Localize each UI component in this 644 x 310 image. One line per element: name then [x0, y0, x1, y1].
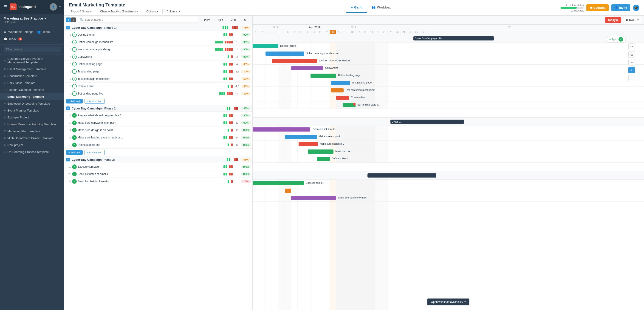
- user-avatar[interactable]: 👤: [50, 3, 57, 11]
- workspace-name[interactable]: Marketing at BestPractice ▾: [4, 17, 61, 20]
- task6-bar[interactable]: [331, 81, 350, 85]
- add-task-gantt-icon[interactable]: +: [628, 67, 635, 73]
- sidebar-item-client-management[interactable]: ≡ Client Management Template: [0, 66, 64, 72]
- col-header-ri[interactable]: RI ▾: [214, 18, 228, 21]
- task19-bar[interactable]: [253, 181, 304, 185]
- filter-projects-input[interactable]: [4, 47, 61, 52]
- task-check[interactable]: ○: [72, 62, 77, 66]
- sidebar-item-daily-tasks[interactable]: ≡ Daily Tasks Template: [0, 79, 64, 86]
- phase1-collapse-icon[interactable]: −: [66, 26, 70, 30]
- add-section-button-phase1[interactable]: + Add section: [84, 99, 105, 104]
- task-name[interactable]: Decide theme: [78, 33, 222, 36]
- tab-workload[interactable]: 👥 Workload: [367, 3, 396, 13]
- sidebar-item-customer-service[interactable]: ≡ Customer Service Problem Management Te…: [0, 55, 64, 66]
- sidebar-item-inbox[interactable]: 💬 Inbox 1: [0, 35, 64, 43]
- task-check[interactable]: ✓: [72, 142, 77, 147]
- add-task-button-phase1[interactable]: + Add task: [66, 99, 83, 103]
- task2-bar[interactable]: [266, 52, 304, 56]
- task-check[interactable]: ✓: [72, 113, 77, 118]
- task-name[interactable]: Define landing page: [78, 63, 222, 66]
- task-name[interactable]: Work on campaign's design: [78, 48, 214, 51]
- options-button[interactable]: Options ▾: [144, 9, 160, 14]
- search-input[interactable]: [85, 18, 196, 21]
- task4-bar[interactable]: [291, 66, 324, 70]
- phase2-collapse-icon[interactable]: −: [66, 106, 70, 110]
- change-tracking-button[interactable]: Change Tracking (Baselines) ▾: [98, 9, 140, 14]
- add-dep-icon[interactable]: ↔: [628, 59, 635, 66]
- sidebar-item-hr-planning[interactable]: ≡ Human Resource Planning Template: [0, 121, 64, 128]
- task-name[interactable]: Define subject line: [78, 143, 227, 146]
- sidebar-item-event-planner[interactable]: ≡ Event Planner Template: [0, 107, 64, 114]
- phase1-summary-bar[interactable]: Cyber Day Campaign - Ph...: [414, 36, 494, 41]
- section-phase2-header[interactable]: − Cyber Day Campaign - Phase 2: 96%: [64, 105, 252, 112]
- task-name[interactable]: Set landing page live: [78, 92, 218, 95]
- task-check[interactable]: ✓: [72, 179, 77, 184]
- task12-bar[interactable]: [253, 127, 310, 131]
- invite-button[interactable]: 👤 Invite: [612, 4, 630, 11]
- task-check[interactable]: ✓: [72, 120, 77, 125]
- task7-bar[interactable]: [331, 88, 344, 92]
- task-check[interactable]: ○: [72, 69, 77, 74]
- more-icon[interactable]: ⋮: [628, 75, 635, 81]
- section-phase1-header[interactable]: − Cyber Day Campaign - Phase 1: 75%: [64, 24, 252, 31]
- sidebar-item-example-project[interactable]: ≡ Example Project: [0, 114, 64, 121]
- today-button[interactable]: Today ▶: [605, 17, 621, 23]
- task-name[interactable]: Create a lead: [78, 85, 227, 88]
- days-button[interactable]: ⚙ DAYS ▾: [623, 17, 641, 23]
- upgrade-button[interactable]: ★ Upgrade: [586, 4, 609, 11]
- task-name[interactable]: Execute campaign: [78, 165, 222, 168]
- open-workload-button[interactable]: Open workload availability ▾: [427, 298, 469, 305]
- task16-bar[interactable]: [317, 157, 330, 161]
- add-column-button[interactable]: +: [66, 18, 71, 22]
- task-check[interactable]: ○: [72, 32, 77, 37]
- task-check[interactable]: ○: [72, 77, 77, 81]
- sidebar-chevron-icon[interactable]: ▾: [59, 5, 61, 9]
- task-check[interactable]: ✓: [72, 128, 77, 132]
- task-check[interactable]: ○: [72, 84, 77, 89]
- task-check[interactable]: ✓: [72, 172, 77, 176]
- task-name[interactable]: Define campaign mechanism: [78, 41, 214, 44]
- task-name[interactable]: Send 1st batch of emails: [78, 173, 222, 176]
- task-name[interactable]: Copywriting: [78, 55, 227, 58]
- columns-button[interactable]: Columns ▾: [165, 9, 182, 14]
- task-check[interactable]: ✓: [72, 165, 77, 169]
- task-check[interactable]: ○: [72, 55, 77, 59]
- sidebar-item-editorial[interactable]: ≡ Editorial Calendar Template: [0, 86, 64, 93]
- task20-bar[interactable]: [285, 189, 291, 193]
- task-name[interactable]: Make sure copywrite is on point: [78, 121, 222, 124]
- search-box[interactable]: 🔍: [78, 17, 198, 23]
- task14-bar[interactable]: [298, 142, 318, 146]
- copy-icon[interactable]: ⧉: [628, 51, 635, 58]
- task-name[interactable]: Make sure design is on point: [78, 128, 227, 132]
- sidebar-item-onboarding-process[interactable]: ≡ On-Boarding Process Template: [0, 148, 64, 155]
- task13-bar[interactable]: [285, 135, 317, 139]
- section-phase3-header[interactable]: − Cyber Day Campaign Phase 3: 83%: [64, 157, 252, 163]
- task-name[interactable]: Test campaign mechanism: [78, 77, 222, 80]
- task-check[interactable]: ○: [72, 47, 77, 52]
- sidebar-item-multi-dept[interactable]: ≡ Multi-Department Project Template: [0, 134, 64, 141]
- tab-gantt[interactable]: ≡ Gantt: [346, 3, 367, 13]
- col-header-pr[interactable]: PR ▾: [200, 18, 214, 21]
- export-share-button[interactable]: Export & Share ▾: [69, 9, 94, 14]
- sidebar-item-email-marketing[interactable]: ≡ Email Marketing Template: [0, 93, 64, 100]
- menu-button[interactable]: ☰: [4, 4, 7, 10]
- phase3-summary-bar[interactable]: [368, 173, 436, 178]
- gantt-body[interactable]: Cyber Day Campaign - Ph... Decide theme …: [253, 34, 644, 310]
- add-section-button-phase2[interactable]: + Add section: [84, 150, 105, 155]
- task-name[interactable]: Send 2nd batch of emails: [78, 180, 227, 183]
- task3-bar[interactable]: [272, 59, 317, 63]
- task1-bar[interactable]: [253, 44, 278, 48]
- task8-bar[interactable]: [336, 96, 349, 100]
- sidebar-item-marketing-plan[interactable]: ≡ Marketing Plan Template: [0, 128, 64, 134]
- sidebar-item-new-project[interactable]: ≡ New project: [0, 141, 64, 148]
- task-check[interactable]: ○: [72, 40, 77, 44]
- col-header-pct[interactable]: %: [239, 18, 250, 21]
- task5-bar[interactable]: [310, 74, 336, 78]
- phase2-summary-bar[interactable]: Cyber D...: [390, 120, 464, 124]
- task-check[interactable]: ○: [72, 91, 77, 96]
- col-header-dpd[interactable]: DPD: [228, 18, 239, 21]
- help-button[interactable]: 🎓: [633, 5, 640, 11]
- task9-bar[interactable]: [343, 103, 356, 107]
- sidebar-item-employee-onboarding[interactable]: ≡ Employee Onboarding Template: [0, 100, 64, 107]
- task-name[interactable]: Test landing page: [78, 70, 222, 73]
